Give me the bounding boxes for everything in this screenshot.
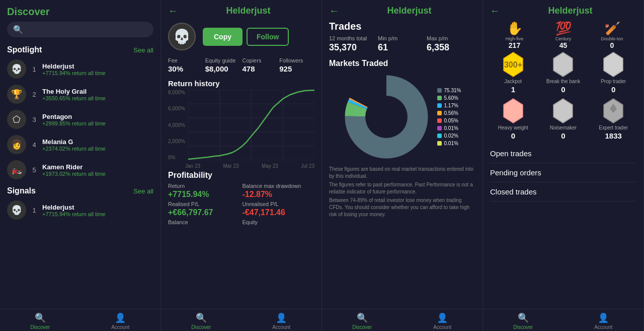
legend-1-label: 1.17% [444, 103, 458, 108]
trades-name: Helderjust [343, 6, 475, 16]
search-bar[interactable]: 🔍 [7, 22, 153, 37]
drawdown-value: -12.87% [243, 190, 315, 199]
realised-value: +€66,797.67 [168, 208, 240, 217]
trader-item[interactable]: 👩 4 Melania G +2374.02% return all time [3, 132, 157, 157]
jackpot-icon: 300+ [500, 51, 526, 78]
heavy-weight-name: Heavy weight [498, 125, 528, 130]
open-trades-item[interactable]: Open trades [490, 144, 636, 163]
trades-nav-account[interactable]: 👤 Account [403, 312, 483, 330]
profile-nav-account[interactable]: 👤 Account [242, 312, 322, 330]
profile-nav-discover[interactable]: 🔍 Discover [161, 312, 242, 330]
signal-name: Helderjust [42, 204, 153, 211]
legend-005: 0.05% [437, 118, 461, 123]
legend-1: 1.17% [437, 103, 461, 108]
signal-info: Helderjust +7715.94% return all time [42, 204, 153, 217]
signal-item[interactable]: 💀 1 Helderjust +7715.94% return all time [3, 197, 157, 223]
signals-list: 💀 1 Helderjust +7715.94% return all time [0, 197, 160, 223]
fee-value: 30% [168, 64, 203, 73]
noisemaker-badge: Noisemaker 0 [540, 98, 587, 140]
discover-panel: Discover 🔍 Spotlight See all 💀 1 Helderj… [0, 0, 161, 331]
noisemaker-name: Noisemaker [550, 125, 577, 130]
unrealised-value: -€47,171.46 [243, 208, 315, 217]
copiers-label: Copiers [243, 57, 278, 63]
trader-item[interactable]: 🏆 2 The Holy Grail +3550.65% return all … [3, 82, 157, 107]
spotlight-header: Spotlight See all [0, 41, 160, 56]
pending-orders-item[interactable]: Pending orders [490, 163, 636, 182]
heavy-weight-value: 0 [511, 131, 515, 140]
svg-marker-23 [504, 99, 523, 123]
balance-stat: Balance [168, 219, 240, 226]
nav-discover[interactable]: 🔍 Discover [0, 312, 80, 330]
unrealised-stat: Unrealised P/L -€47,171.46 [243, 201, 315, 217]
x-label-may: May 23 [262, 163, 278, 169]
trades-nav-account-label: Account [433, 324, 451, 330]
signals-see-all[interactable]: See all [133, 187, 153, 195]
trader-item[interactable]: 💀 1 Helderjust +7715.94% return all time [3, 56, 157, 82]
expert-trader-icon [600, 98, 626, 124]
svg-marker-24 [553, 99, 573, 123]
achievements-nav-account[interactable]: 👤 Account [564, 312, 644, 330]
trader-info: Pentagon +2999.85% return all time [42, 113, 153, 126]
return-label: Return [168, 183, 240, 189]
break-bank-icon [550, 51, 576, 78]
copy-button[interactable]: Copy [203, 28, 243, 46]
trades-header: ← Helderjust [322, 0, 482, 19]
return-chart [188, 90, 314, 160]
legend-75-label: 75.31% [444, 88, 461, 93]
trader-avatar: 👩 [7, 135, 26, 154]
pie-chart [344, 74, 429, 160]
max-stat: Max p/m 6,358 [427, 35, 475, 53]
legend-001a-label: 0.01% [444, 125, 458, 131]
discover-header: Discover 🔍 [0, 0, 160, 41]
y-label-4000: 4,000% [168, 122, 185, 128]
trader-info: The Holy Grail +3550.65% return all time [42, 88, 153, 101]
trader-item[interactable]: 🏍️ 5 Kamen Rider +1973.02% return all ti… [3, 157, 157, 182]
trader-avatar: 🏍️ [7, 160, 26, 179]
realised-stat: Realised P/L +€66,797.67 [168, 201, 240, 217]
prop-trader-name: Prop trader [601, 79, 626, 84]
discover-bottom-nav: 🔍 Discover 👤 Account [0, 309, 160, 331]
stats-grid: Fee 30% Equity guide $8,000 Copiers 478 … [161, 54, 321, 76]
trader-name: The Holy Grail [42, 88, 153, 95]
spotlight-list: 💀 1 Helderjust +7715.94% return all time… [0, 56, 160, 182]
trades-bottom-nav: 🔍 Discover 👤 Account [322, 309, 482, 331]
achievements-back-button[interactable]: ← [490, 5, 500, 17]
chart-wrapper: 8,000% 6,000% 4,000% 2,000% 0% [161, 90, 321, 162]
signal-rank: 1 [31, 207, 37, 214]
disclaimer: These figures are based on real market t… [322, 164, 482, 220]
trader-name: Helderjust [42, 62, 153, 70]
achievements-nav-discover[interactable]: 🔍 Discover [483, 312, 564, 330]
min-stat: Min p/m 61 [378, 35, 427, 53]
profitability-title: Profitability [168, 171, 314, 180]
jackpot-name: Jackpot [505, 79, 522, 84]
svg-point-18 [365, 96, 408, 138]
trader-return: +1973.02% return all time [42, 171, 153, 177]
trader-name: Kamen Rider [42, 163, 153, 171]
legend-001b: 0.01% [437, 141, 461, 146]
trades-nav-discover[interactable]: 🔍 Discover [322, 312, 403, 330]
achievements-nav-account-label: Account [594, 324, 612, 330]
nav-account[interactable]: 👤 Account [80, 312, 161, 330]
max-value: 6,358 [427, 42, 475, 53]
back-button[interactable]: ← [168, 5, 178, 17]
top-achievements: ✋ High-five 217 💯 Century 45 🏏 Double-to… [483, 19, 643, 49]
high-five-value: 217 [509, 41, 520, 49]
follow-button[interactable]: Follow [247, 28, 289, 46]
break-bank-value: 0 [561, 85, 565, 94]
jackpot-badge: 300+ Jackpot 1 [490, 51, 536, 94]
trader-avatar: 🏆 [7, 85, 26, 104]
achievements-panel: ← Helderjust ✋ High-five 217 💯 Century 4… [483, 0, 644, 331]
double-ton-icon: 🏏 [604, 21, 620, 36]
trader-rank: 4 [31, 141, 37, 149]
trades-back-button[interactable]: ← [329, 5, 339, 17]
high-five-icon: ✋ [507, 21, 523, 36]
spotlight-see-all[interactable]: See all [133, 46, 153, 54]
legend-001a: 0.01% [437, 125, 461, 131]
trader-item[interactable]: ⬠ 3 Pentagon +2999.85% return all time [3, 107, 157, 132]
signals-label: Signals [7, 186, 36, 195]
trader-return: +7715.94% return all time [42, 70, 153, 76]
profile-buttons: Copy Follow [203, 28, 289, 46]
high-five-achievement: ✋ High-five 217 [490, 21, 539, 49]
closed-trades-item[interactable]: Closed trades [490, 182, 636, 202]
followers-value: 925 [279, 64, 314, 73]
